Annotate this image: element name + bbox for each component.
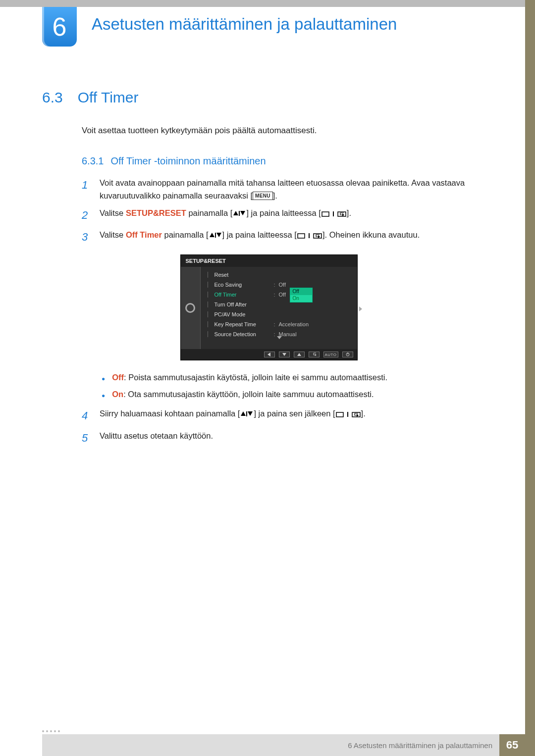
gear-icon [185, 303, 195, 313]
osd-item-label: Eco Saving [214, 282, 274, 288]
step-4-text-c: ]. [361, 409, 366, 418]
step-2-text-d: ]. [347, 208, 351, 217]
osd-item-value: Off [279, 292, 286, 298]
svg-rect-25 [352, 412, 360, 417]
osd-panel: SETUP&RESET Reset Eco Saving:Off Off Tim… [180, 254, 358, 360]
osd-nav-down-icon [279, 352, 290, 357]
step-number: 1 [82, 177, 91, 202]
footer-dots [42, 730, 60, 732]
footer-page-number: 65 [499, 734, 525, 756]
subsection-heading: 6.3.1 Off Timer -toiminnon määrittäminen [82, 155, 495, 167]
osd-nav-left-icon [264, 352, 275, 357]
screen-enter-icon [321, 210, 347, 217]
step-number: 4 [82, 407, 91, 424]
svg-rect-24 [347, 412, 348, 417]
svg-marker-17 [315, 354, 317, 356]
svg-marker-0 [233, 211, 238, 215]
osd-item-value: Acceleration [279, 321, 309, 327]
osd-main: Reset Eco Saving:Off Off Timer:Off Turn … [201, 267, 357, 349]
right-color-strip [525, 0, 535, 756]
osd-item-label: Key Repeat Time [214, 321, 274, 327]
osd-item-key-repeat-time: Key Repeat Time:Acceleration [201, 319, 357, 329]
footer-breadcrumb: 6 Asetusten määrittäminen ja palauttamin… [42, 734, 499, 756]
chapter-title: Asetusten määrittäminen ja palauttaminen [92, 15, 397, 34]
bullet-list: ● Off: Poista sammutusajastin käytöstä, … [102, 371, 495, 401]
step-3-text-a: Valitse [100, 230, 126, 239]
svg-marker-6 [342, 213, 344, 216]
step-3-text-d: ]. Oheinen ikkuna avautuu. [322, 230, 420, 239]
osd-item-eco-saving: Eco Saving:Off [201, 280, 357, 290]
up-down-arrow-icon [232, 210, 246, 217]
step-body: Valittu asetus otetaan käyttöön. [100, 430, 495, 447]
svg-rect-23 [336, 412, 343, 417]
osd-screenshot: SETUP&RESET Reset Eco Saving:Off Off Tim… [42, 254, 495, 360]
osd-popup-option-on: On [290, 295, 312, 302]
step-body: Valitse Off Timer painamalla [] ja paina… [100, 229, 495, 246]
osd-item-off-timer: Off Timer:Off [201, 290, 357, 300]
step-2-text-a: Valitse [100, 208, 126, 217]
svg-rect-5 [338, 212, 346, 216]
osd-nav-enter-icon [309, 352, 320, 357]
svg-marker-26 [357, 414, 359, 417]
svg-rect-21 [246, 411, 247, 416]
svg-marker-9 [216, 233, 221, 237]
step-2-text-b: painamalla [ [186, 208, 233, 217]
step-1-text-b: ]. [273, 191, 277, 200]
osd-left-rail [181, 267, 201, 349]
section-number: 6.3 [42, 89, 63, 106]
bullet-text: Off: Poista sammutusajastin käytöstä, jo… [112, 371, 387, 384]
step-2: 2 Valitse SETUP&RESET painamalla [] ja p… [82, 207, 495, 224]
up-down-arrow-icon [209, 232, 222, 239]
svg-marker-22 [248, 411, 253, 416]
step-4: 4 Siirry haluamaasi kohtaan painamalla [… [82, 407, 495, 424]
step-1: 1 Voit avata avainoppaan painamalla mitä… [82, 177, 495, 202]
svg-marker-15 [282, 353, 286, 356]
bullet-keyword: On [112, 390, 123, 399]
step-2-keyword: SETUP&RESET [126, 208, 186, 217]
step-number: 3 [82, 229, 91, 246]
right-arrow-icon [359, 306, 362, 311]
svg-rect-12 [314, 234, 321, 238]
subsection-title: Off Timer -toiminnon määrittäminen [110, 155, 266, 167]
step-3-text-b: painamalla [ [162, 230, 209, 239]
bullet-keyword: Off [112, 373, 124, 382]
step-4-text-a: Siirry haluamaasi kohtaan painamalla [ [100, 409, 240, 418]
osd-item-label: PC/AV Mode [214, 311, 274, 317]
osd-item-reset: Reset [201, 270, 357, 280]
step-number: 2 [82, 207, 91, 224]
step-body: Valitse SETUP&RESET painamalla [] ja pai… [100, 207, 495, 224]
osd-item-label: Off Timer [214, 292, 274, 298]
section-title: Off Timer [78, 89, 139, 106]
step-number: 5 [82, 430, 91, 447]
content-area: 6.3 Off Timer Voit asettaa tuotteen kytk… [42, 89, 495, 452]
osd-power-icon [342, 352, 353, 357]
svg-marker-16 [297, 353, 301, 356]
bullet-dot-icon: ● [102, 374, 105, 384]
svg-rect-11 [309, 233, 310, 238]
osd-bottom-bar: AUTO [181, 349, 357, 360]
screen-enter-icon [297, 232, 322, 239]
bullet-desc: : Poista sammutusajastin käytöstä, jollo… [124, 373, 387, 382]
svg-rect-4 [333, 211, 334, 216]
step-body: Voit avata avainoppaan painamalla mitä t… [100, 177, 495, 202]
step-5: 5 Valittu asetus otetaan käyttöön. [82, 430, 495, 447]
svg-rect-3 [322, 212, 329, 216]
step-3-keyword: Off Timer [126, 230, 162, 239]
osd-item-value: Off [279, 282, 286, 288]
svg-rect-10 [298, 234, 305, 238]
osd-item-label: Source Detection [214, 331, 274, 337]
bullet-text: On: Ota sammutusajastin käyttöön, jolloi… [112, 388, 374, 401]
osd-body: Reset Eco Saving:Off Off Timer:Off Turn … [181, 267, 357, 349]
svg-marker-2 [240, 211, 245, 215]
osd-popup-option-off: Off [290, 288, 312, 295]
up-down-arrow-icon [240, 410, 254, 417]
bullet-off: ● Off: Poista sammutusajastin käytöstä, … [102, 371, 495, 384]
osd-title: SETUP&RESET [181, 255, 357, 267]
section-intro-text: Voit asettaa tuotteen kytkeytymään pois … [82, 126, 495, 136]
chapter-number-badge: 6 [42, 7, 77, 47]
step-3: 3 Valitse Off Timer painamalla [] ja pai… [82, 229, 495, 246]
step-body: Siirry haluamaasi kohtaan painamalla [] … [100, 407, 495, 424]
svg-marker-14 [268, 353, 270, 356]
svg-rect-1 [239, 211, 240, 216]
osd-nav-up-icon [294, 352, 305, 357]
